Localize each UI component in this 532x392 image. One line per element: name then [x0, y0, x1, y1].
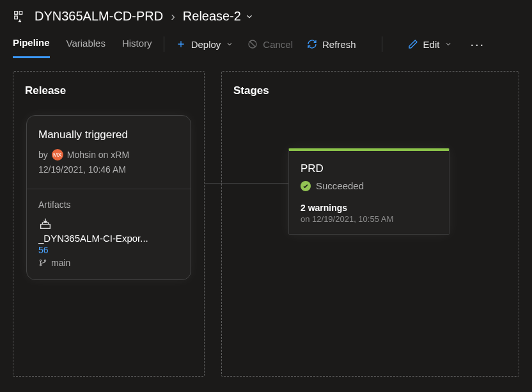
deploy-label: Deploy — [191, 39, 221, 50]
avatar: MX — [52, 149, 63, 161]
stages-panel: Stages PRD Succeeded 2 warnings on 12/19… — [221, 71, 519, 377]
release-panel: Release Manually triggered by MX Mohsin … — [13, 71, 205, 377]
branch-icon — [38, 258, 47, 267]
artifacts-label: Artifacts — [38, 200, 179, 210]
tab-variables[interactable]: Variables — [66, 30, 106, 58]
release-panel-title: Release — [25, 84, 192, 97]
stage-connector — [205, 183, 288, 184]
svg-point-5 — [40, 260, 41, 261]
release-user: Mohsin on xRM — [67, 150, 129, 160]
breadcrumb-release-label: Release-2 — [183, 9, 241, 24]
svg-rect-4 — [41, 224, 51, 228]
release-trigger-label: Manually triggered — [38, 129, 179, 141]
stage-status-text: Succeeded — [316, 180, 364, 191]
toolbar-divider-2 — [382, 36, 382, 52]
artifact-branch: main — [38, 258, 179, 268]
stage-card[interactable]: PRD Succeeded 2 warnings on 12/19/2021, … — [288, 148, 450, 235]
refresh-button[interactable]: Refresh — [307, 39, 356, 50]
cancel-label: Cancel — [263, 39, 293, 50]
tabs: Pipeline Variables History — [13, 30, 152, 58]
release-card-divider — [27, 189, 191, 189]
svg-rect-0 — [15, 11, 18, 14]
by-prefix: by — [38, 150, 48, 160]
stages-panel-title: Stages — [233, 84, 507, 97]
edit-icon — [408, 39, 418, 49]
refresh-label: Refresh — [322, 39, 356, 50]
more-actions-button[interactable]: ··· — [466, 37, 489, 52]
cancel-icon — [247, 39, 258, 49]
artifact-icon — [38, 216, 179, 230]
artifact-branch-name: main — [51, 258, 70, 268]
canvas: Release Manually triggered by MX Mohsin … — [0, 58, 532, 377]
breadcrumb: DYN365ALM-CD-PRD › Release-2 — [0, 0, 532, 30]
pipelines-icon — [13, 10, 27, 24]
release-card[interactable]: Manually triggered by MX Mohsin on xRM 1… — [26, 115, 191, 280]
stage-timestamp: on 12/19/2021, 10:55 AM — [301, 214, 437, 224]
cancel-button: Cancel — [247, 39, 293, 50]
artifact-build-link[interactable]: 56 — [38, 245, 179, 255]
breadcrumb-release-dropdown[interactable]: Release-2 — [183, 9, 254, 24]
breadcrumb-pipeline[interactable]: DYN365ALM-CD-PRD — [35, 9, 163, 24]
breadcrumb-separator: › — [171, 9, 175, 24]
release-timestamp: 12/19/2021, 10:46 AM — [38, 164, 179, 175]
stage-name: PRD — [301, 162, 437, 175]
edit-button[interactable]: Edit — [408, 39, 453, 50]
edit-label: Edit — [423, 39, 440, 50]
svg-rect-2 — [19, 11, 22, 14]
tab-history[interactable]: History — [122, 30, 152, 58]
toolbar-actions: Deploy Cancel Refresh Edit — [176, 36, 489, 52]
svg-rect-1 — [15, 16, 18, 19]
svg-point-6 — [40, 264, 41, 265]
toolbar: Pipeline Variables History Deploy Cancel… — [0, 30, 532, 58]
chevron-down-icon — [444, 40, 452, 48]
release-by-line: by MX Mohsin on xRM — [38, 149, 179, 161]
chevron-down-icon — [226, 40, 233, 48]
deploy-button[interactable]: Deploy — [176, 39, 234, 50]
refresh-icon — [307, 39, 317, 49]
stage-warnings: 2 warnings — [301, 203, 437, 213]
svg-point-7 — [44, 260, 45, 261]
chevron-down-icon — [245, 12, 254, 21]
artifact-name[interactable]: _DYN365ALM-CI-Expor... — [38, 233, 179, 244]
plus-icon — [176, 39, 186, 49]
tab-pipeline[interactable]: Pipeline — [13, 30, 50, 58]
toolbar-divider — [164, 36, 164, 52]
stage-status: Succeeded — [301, 180, 437, 191]
success-icon — [301, 181, 311, 191]
